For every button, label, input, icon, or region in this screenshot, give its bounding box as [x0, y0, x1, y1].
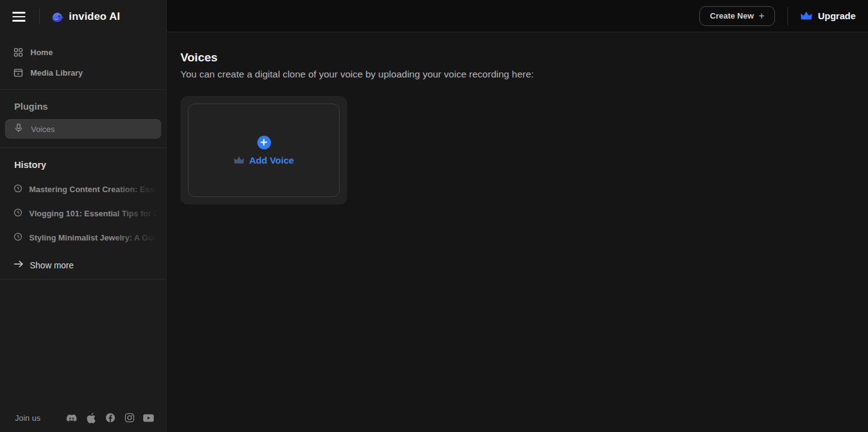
- clock-icon: [14, 232, 22, 243]
- history-item[interactable]: Styling Minimalist Jewelry: A Guide: [0, 226, 166, 250]
- divider: [787, 7, 788, 25]
- apple-icon[interactable]: [86, 413, 96, 423]
- crown-icon: [800, 11, 812, 20]
- topbar: Create New + Upgrade: [167, 0, 868, 32]
- sidebar-footer: Join us: [0, 410, 166, 432]
- sidebar-spacer: [0, 280, 166, 410]
- hamburger-menu-button[interactable]: [12, 12, 25, 22]
- main-area: Create New + Upgrade Voices You can crea…: [167, 0, 868, 432]
- add-voice-card[interactable]: Add Voice: [180, 96, 347, 205]
- grid-icon: [14, 48, 23, 57]
- history-list: Mastering Content Creation: Essenti Vlog…: [0, 177, 166, 252]
- divider: [39, 9, 40, 25]
- invideo-fish-logo-icon: [51, 11, 64, 24]
- show-more-label: Show more: [30, 260, 74, 270]
- sidebar-item-voices[interactable]: Voices: [5, 119, 161, 139]
- create-new-button[interactable]: Create New +: [699, 6, 775, 26]
- sidebar-item-media-library[interactable]: Media Library: [0, 63, 166, 83]
- history-item[interactable]: Mastering Content Creation: Essenti: [0, 177, 166, 201]
- join-us-label: Join us: [15, 413, 40, 423]
- add-voice-dropzone[interactable]: Add Voice: [188, 104, 340, 197]
- brand-logo[interactable]: invideo AI: [51, 11, 120, 24]
- facebook-icon[interactable]: [105, 413, 115, 423]
- create-new-label: Create New: [710, 11, 754, 20]
- sidebar-item-label: Media Library: [30, 68, 83, 77]
- sidebar-nav: Home Media Library: [0, 33, 166, 89]
- crown-icon: [234, 156, 244, 164]
- instagram-icon[interactable]: [124, 413, 135, 423]
- social-links: [66, 413, 154, 423]
- clock-icon: [14, 184, 22, 195]
- sidebar-item-label: Voices: [31, 125, 55, 134]
- upgrade-label: Upgrade: [818, 11, 856, 21]
- sidebar-item-home[interactable]: Home: [0, 42, 166, 63]
- show-more-button[interactable]: Show more: [0, 252, 166, 279]
- add-voice-label: Add Voice: [249, 155, 294, 165]
- page-title: Voices: [180, 51, 868, 64]
- microphone-icon: [14, 123, 23, 134]
- youtube-icon[interactable]: [143, 413, 154, 423]
- content: Voices You can create a digital clone of…: [167, 32, 868, 432]
- media-library-icon: [14, 68, 23, 77]
- discord-icon[interactable]: [66, 413, 77, 423]
- history-item[interactable]: Vlogging 101: Essential Tips for Eve: [0, 201, 166, 226]
- history-item-title: Vlogging 101: Essential Tips for Eve: [29, 209, 162, 218]
- sidebar-header: invideo AI: [0, 0, 166, 33]
- sidebar: invideo AI Home Medi: [0, 0, 167, 432]
- add-plus-button[interactable]: [257, 136, 271, 149]
- history-item-title: Styling Minimalist Jewelry: A Guide: [29, 233, 162, 242]
- brand-name: invideo AI: [69, 11, 120, 23]
- sidebar-item-label: Home: [30, 48, 53, 57]
- plugins-heading: Plugins: [0, 90, 166, 119]
- history-item-title: Mastering Content Creation: Essenti: [29, 185, 162, 194]
- arrow-right-icon: [14, 260, 24, 270]
- upgrade-button[interactable]: Upgrade: [800, 11, 856, 21]
- plus-icon: +: [759, 11, 764, 22]
- page-subtitle: You can create a digital clone of your v…: [180, 69, 868, 80]
- add-voice-row: Add Voice: [234, 155, 294, 165]
- history-heading: History: [0, 148, 166, 177]
- clock-icon: [14, 208, 22, 219]
